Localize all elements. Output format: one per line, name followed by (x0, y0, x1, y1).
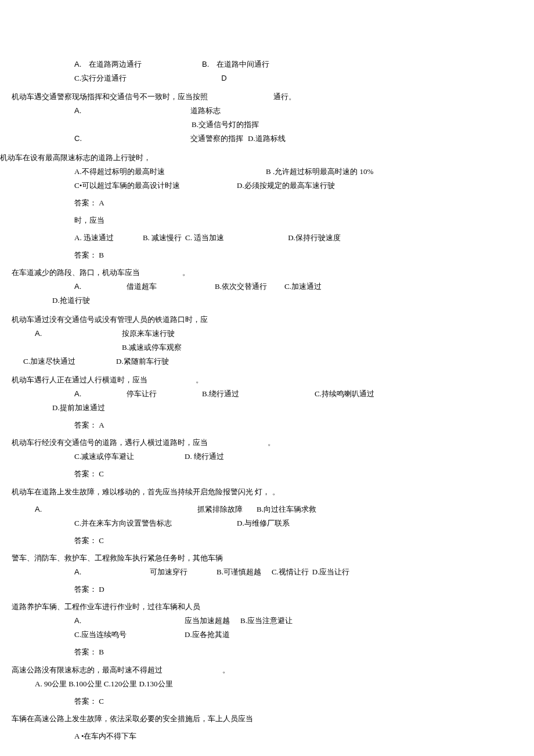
q9-optB: B.向过往车辆求救 (257, 503, 316, 516)
q7-optC: C.持续鸣喇叭通过 (315, 388, 374, 400)
q1-options-row1: A. 在道路两边通行 B. 在道路中间通行 (0, 58, 534, 71)
q3-answer: 答案： A (0, 197, 534, 209)
q9-answer: 答案： C (0, 534, 534, 547)
q3-optB: B .允许超过标明最高时速的 10% (266, 165, 373, 178)
q7-stem: 机动车遇行人正在通过人行横道时，应当 (12, 375, 147, 384)
q6-optD: D.紧随前车行驶 (116, 355, 169, 368)
q8-optC: C.减速或停车避让 (74, 450, 185, 463)
q8-answer: 答案： C (0, 468, 534, 480)
q9-optD: D.与维修厂联系 (237, 517, 290, 530)
q5-stem-end: 。 (182, 268, 190, 277)
q7-optD: D.提前加速通过 (52, 403, 105, 412)
q8-optD: D. 绕行通过 (185, 450, 224, 463)
q7-optB: B.绕行通过 (202, 388, 239, 400)
q9-row2: C.并在来车方向设置警告标志 D.与维修厂联系 (0, 517, 534, 530)
q10-optA-label: A. (74, 566, 150, 578)
q10-optC: C.视情让行 (272, 566, 309, 578)
q2-optD: D.道路标线 (248, 132, 286, 145)
q2-optC-text: 交通警察的指挥 (190, 132, 243, 145)
q11-optA-label: A. (74, 614, 185, 627)
q3-row2: C•可以超过车辆的最高设计时速 D.必须按规定的最高车速行驶 (0, 179, 534, 192)
q12-opts: A. 90公里 B.100公里 C.120公里 D.130公里 (0, 678, 534, 690)
q2-optA-label: A. (74, 104, 190, 117)
q11-optB: B.应当注意避让 (240, 614, 293, 627)
q1-options-row2: C.实行分道通行 D (0, 72, 534, 85)
q6-optA-text: 按原来车速行驶 (122, 327, 175, 340)
q6-row2: B.减速或停车观察 (0, 341, 534, 354)
q9-stem: 机动车在道路上发生故障，难以移动的，首先应当持续开启危险报警闪光 灯， 。 (0, 486, 534, 498)
q6-row1: A. 按原来车速行驶 (0, 327, 534, 340)
q5-stem-line: 在车道减少的路段、路口，机动车应当 。 (0, 266, 534, 279)
q11-stem: 道路养护车辆、工程作业车进行作业时，过往车辆和人员 (0, 601, 534, 613)
q5-optC: C.加速通过 (284, 280, 322, 293)
q13-stem: 车辆在高速公路上发生故障，依法采取必要的安全措施后，车上人员应当 (0, 712, 534, 725)
q6-optB: B.减速或停车观察 (122, 343, 182, 352)
q5-optA-text: 借道超车 (127, 280, 157, 293)
q12-stem-line: 高速公路没有限速标志的，最高时速不得超过 。 (0, 664, 534, 677)
q2-row3: C. 交通警察的指挥 D.道路标线 (0, 132, 534, 145)
q6-row3: C.加速尽快通过 D.紧随前车行驶 (0, 355, 534, 368)
q11-answer: 答案： B (0, 646, 534, 659)
q3-optD: D.必须按规定的最高车速行驶 (237, 179, 335, 192)
q10-answer: 答案： D (0, 583, 534, 596)
q4-optD: D.保持行驶速度 (288, 231, 341, 244)
q9-row1: A. 抓紧排除故障 B.向过往车辆求救 (0, 503, 534, 516)
q7-stem-line: 机动车遇行人正在通过人行横道时，应当 。 (0, 374, 534, 386)
q2-optB: B.交通信号灯的指挥 (192, 120, 259, 129)
q5-optB: B.依次交替通行 (215, 280, 267, 293)
q1-optB-text: 在道路中间通行 (217, 60, 269, 68)
q8-opts: C.减速或停车避让 D. 绕行通过 (0, 450, 534, 463)
q7-answer: 答案： A (0, 419, 534, 432)
q7-optA-text: 停车让行 (127, 388, 202, 400)
q6-stem: 机动车通过没有交通信号或没有管理人员的铁道路口时，应 (0, 313, 534, 326)
q2-optA-text: 道路标志 (190, 104, 221, 117)
q13-optA: A •在车内不得下车 (0, 730, 534, 743)
q3-optC: C•可以超过车辆的最高设计时速 (74, 179, 225, 192)
q11-row1: A. 应当加速超越 B.应当注意避让 (0, 614, 534, 627)
q2-row1: A. 道路标志 (0, 104, 534, 117)
q2-optC-label: C. (74, 132, 190, 145)
q1-optD-partial: D (221, 74, 226, 82)
q1-optC: C.实行分道通行 (74, 74, 127, 82)
q9-optA-label: A. (35, 503, 197, 516)
q7-row2: D.提前加速通过 (0, 401, 534, 414)
q1-optA-text: 在道路两边通行 (89, 60, 142, 68)
q11-optA-text: 应当加速超越 (185, 614, 230, 627)
q4-answer: 答案： B (0, 249, 534, 262)
q1-optB-label: B. (202, 60, 209, 68)
q9-optC: C.并在来车方向设置警告标志 (74, 517, 237, 530)
q11-optD: D.应各抢其道 (185, 628, 230, 641)
q7-row1: A. 停车让行 B.绕行通过 C.持续鸣喇叭通过 (0, 388, 534, 400)
q3-stem: 机动车在设有最高限速标志的道路上行驶时， (0, 151, 534, 164)
q4-stem: 时，应当 (0, 214, 534, 227)
q2-stem: 机动车遇交通警察现场指挥和交通信号不一致时，应当按照 (12, 92, 208, 101)
q4-opts: A. 迅速通过 B. 减速慢行 C. 适当加速 D.保持行驶速度 (0, 231, 534, 244)
q8-stem: 机动车行经没有交通信号的道路，遇行人横过道路时，应当 (12, 438, 208, 447)
q4-optA: A. 迅速通过 (74, 231, 114, 244)
q11-optC: C.应当连续鸣号 (74, 628, 185, 641)
q12-answer: 答案： C (0, 695, 534, 708)
q7-optA-label: A. (74, 388, 127, 400)
q10-optA-text: 可加速穿行 (150, 566, 187, 578)
q10-opts: A. 可加速穿行 B.可谨慎超越 C.视情让行 D.应当让行 (0, 566, 534, 578)
q6-optA-label: A. (35, 327, 122, 340)
q2-row2: B.交通信号灯的指挥 (0, 118, 534, 131)
q8-stem-line: 机动车行经没有交通信号的道路，遇行人横过道路时，应当 。 (0, 436, 534, 449)
q9-optA-text: 抓紧排除故障 (197, 503, 243, 516)
q3-optA: A.不得超过标明的最高时速 (74, 165, 248, 178)
q7-stem-end: 。 (196, 375, 203, 384)
q4-optC: C. 适当加速 (185, 231, 224, 244)
q10-stem: 警车、消防车、救护车、工程救险车执行紧急任务时，其他车辆 (0, 552, 534, 565)
q5-optD: D.抢道行驶 (52, 296, 90, 305)
q1-optA-label: A. (74, 60, 81, 68)
q5-row2: D.抢道行驶 (0, 294, 534, 307)
q2-stem-end: 通行。 (273, 92, 296, 101)
q8-stem-end: 。 (268, 438, 275, 447)
q5-optA-label: A. (74, 280, 127, 293)
q3-row1: A.不得超过标明的最高时速 B .允许超过标明最高时速的 10% (0, 165, 534, 178)
q10-optB: B.可谨慎超越 (217, 566, 261, 578)
q12-stem-end: 。 (222, 665, 230, 674)
q6-optC: C.加速尽快通过 (12, 355, 116, 368)
q10-optD: D.应当让行 (312, 566, 350, 578)
q5-row1: A. 借道超车 B.依次交替通行 C.加速通过 (0, 280, 534, 293)
